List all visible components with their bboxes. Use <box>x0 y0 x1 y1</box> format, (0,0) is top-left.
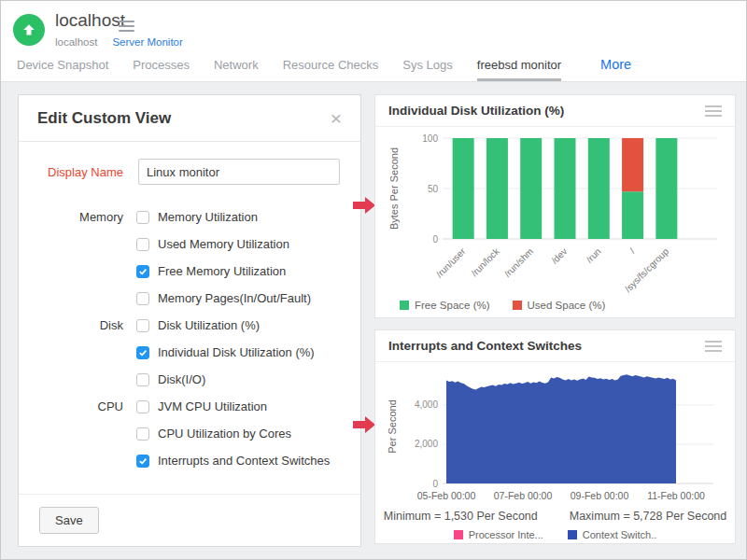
legend-swatch <box>568 530 577 539</box>
up-arrow-glyph <box>21 21 37 38</box>
svg-text:/run/user: /run/user <box>434 245 468 279</box>
svg-text:0: 0 <box>432 479 438 489</box>
metric-option-list: MemoryMemory UtilizationUsed Memory Util… <box>19 203 360 474</box>
legend-label: Context Switch.. <box>583 529 656 540</box>
checkbox-disk-utilization[interactable] <box>136 319 149 332</box>
context-switches-area <box>446 374 676 483</box>
tab-bar: Device SnapshotProcessesNetworkResource … <box>17 51 631 81</box>
dialog-header: Edit Custom View × <box>19 95 360 142</box>
disk-card-header: Individual Disk Utilization (%) <box>375 95 735 127</box>
option-row-interrupts-and-context-switches: Interrupts and Context Switches <box>19 447 360 474</box>
option-row-cpu-utilization-by-cores: CPU Utilization by Cores <box>19 420 360 447</box>
minmax-row: Minimum = 1,530 Per Second Maximum = 5,7… <box>375 510 735 525</box>
interrupts-card: Interrupts and Context Switches 02,0004,… <box>374 329 736 544</box>
legend-swatch <box>454 530 463 539</box>
display-name-input[interactable] <box>138 159 340 185</box>
breadcrumb: localhostServer Monitor <box>55 36 183 48</box>
svg-text:/run/shm: /run/shm <box>502 246 535 279</box>
option-label-interrupts-and-context-switches: Interrupts and Context Switches <box>158 454 330 468</box>
checkbox-checked-free-memory-utilization[interactable] <box>136 265 149 278</box>
dialog-title: Edit Custom View <box>37 109 331 128</box>
svg-text:2,000: 2,000 <box>415 439 438 449</box>
group-label-disk: Disk <box>19 318 136 332</box>
checkbox-memory-pages-in-out-fault[interactable] <box>136 292 149 305</box>
arrow-right-icon-cpu <box>353 415 376 434</box>
option-row-used-memory-utilization: Used Memory Utilization <box>19 231 360 258</box>
bar-free-sys-fs-cgroup <box>655 138 677 239</box>
option-row-disk-utilization: DiskDisk Utilization (%) <box>19 312 360 339</box>
bar-free-run-shm <box>520 138 542 239</box>
option-row-memory-pages-in-out-fault: Memory Pages(In/Out/Fault) <box>19 285 360 312</box>
tab-processes[interactable]: Processes <box>133 51 190 81</box>
chart-menu-icon[interactable] <box>705 103 722 119</box>
svg-text:05-Feb 00:00: 05-Feb 00:00 <box>417 490 476 501</box>
disk-bar-chart: 050100Bytes Per Second/run/user/run/lock… <box>375 127 735 293</box>
tab-sys-logs[interactable]: Sys Logs <box>402 51 452 81</box>
svg-text:09-Feb 00:00: 09-Feb 00:00 <box>571 490 629 501</box>
option-row-jvm-cpu-utilization: CPUJVM CPU Utilization <box>19 393 360 420</box>
bar-free-run-lock <box>486 138 508 239</box>
interrupts-chart-legend: Processor Inte...Context Switch.. <box>375 525 735 544</box>
legend-label: Free Space (%) <box>415 300 490 311</box>
arrow-right-icon-disk <box>353 196 376 215</box>
svg-text:/run: /run <box>585 246 603 265</box>
legend-free-space[interactable]: Free Space (%) <box>400 300 490 311</box>
svg-text:100: 100 <box>422 133 438 144</box>
legend-swatch <box>400 301 409 310</box>
interrupts-area-chart: 02,0004,000Per Second05-Feb 00:0007-Feb … <box>375 362 735 510</box>
interrupts-card-header: Interrupts and Context Switches <box>375 330 735 362</box>
bar-used- <box>622 138 643 191</box>
tab-resource-checks[interactable]: Resource Checks <box>283 51 379 81</box>
bar-free-run-user <box>453 138 474 239</box>
checkbox-checked-individual-disk-utilization[interactable] <box>136 346 149 359</box>
hamburger-menu-icon[interactable] <box>119 18 134 35</box>
option-row-individual-disk-utilization: Individual Disk Utilization (%) <box>19 339 360 366</box>
group-label-cpu: CPU <box>19 399 136 413</box>
breadcrumb-server-monitor-link[interactable]: Server Monitor <box>112 36 182 48</box>
group-label-memory: Memory <box>19 210 136 224</box>
minimum-label: Minimum = 1,530 Per Second <box>384 510 538 525</box>
legend-processor-inte[interactable]: Processor Inte... <box>454 529 543 540</box>
server-monitor-screen: localhost localhostServer Monitor Device… <box>0 0 747 560</box>
svg-text:4,000: 4,000 <box>415 399 438 410</box>
tab-device-snapshot[interactable]: Device Snapshot <box>17 51 108 81</box>
tab-network[interactable]: Network <box>214 51 259 81</box>
up-arrow-circle-icon <box>13 14 45 46</box>
edit-custom-view-dialog: Edit Custom View × Display Name MemoryMe… <box>18 94 361 547</box>
save-button[interactable]: Save <box>39 507 99 534</box>
interrupts-chart-title: Interrupts and Context Switches <box>388 339 705 353</box>
legend-swatch <box>513 301 522 310</box>
option-row-free-memory-utilization: Free Memory Utilization <box>19 258 360 285</box>
disk-utilization-card: Individual Disk Utilization (%) 050100By… <box>374 94 736 318</box>
option-label-disk-i-o: Disk(I/O) <box>158 372 205 386</box>
checkbox-jvm-cpu-utilization[interactable] <box>136 400 149 413</box>
legend-label: Processor Inte... <box>469 529 543 540</box>
option-label-memory-pages-in-out-fault: Memory Pages(In/Out/Fault) <box>158 291 311 305</box>
dialog-footer: Save <box>19 494 360 546</box>
svg-text:11-Feb 00:00: 11-Feb 00:00 <box>647 490 705 501</box>
tab-freebsd-monitor[interactable]: freebsd monitor <box>477 51 561 81</box>
checkbox-memory-utilization[interactable] <box>136 211 149 224</box>
checkbox-checked-interrupts-and-context-switches[interactable] <box>136 455 149 468</box>
checkbox-used-memory-utilization[interactable] <box>136 238 149 251</box>
bar-free-dev <box>555 138 576 239</box>
display-name-row: Display Name <box>19 159 360 185</box>
maximum-label: Maximum = 5,728 Per Second <box>570 510 727 525</box>
svg-text:0: 0 <box>432 234 438 245</box>
bar-free- <box>622 191 643 239</box>
legend-context-switch[interactable]: Context Switch.. <box>568 529 656 540</box>
svg-text:Per Second: Per Second <box>387 399 398 453</box>
checkbox-cpu-utilization-by-cores[interactable] <box>136 427 149 441</box>
close-icon[interactable]: × <box>331 108 342 128</box>
option-label-individual-disk-utilization: Individual Disk Utilization (%) <box>158 345 315 359</box>
option-row-disk-i-o: Disk(I/O) <box>19 366 360 393</box>
option-label-used-memory-utilization: Used Memory Utilization <box>158 237 289 251</box>
option-label-memory-utilization: Memory Utilization <box>158 210 258 224</box>
svg-text:/dev: /dev <box>549 246 569 266</box>
tab-more[interactable]: More <box>600 51 631 81</box>
chart-menu-icon[interactable] <box>705 338 722 355</box>
disk-chart-title: Individual Disk Utilization (%) <box>388 104 705 118</box>
option-row-memory-utilization: MemoryMemory Utilization <box>19 203 360 231</box>
checkbox-disk-i-o[interactable] <box>136 373 149 386</box>
legend-used-space[interactable]: Used Space (%) <box>513 300 606 311</box>
